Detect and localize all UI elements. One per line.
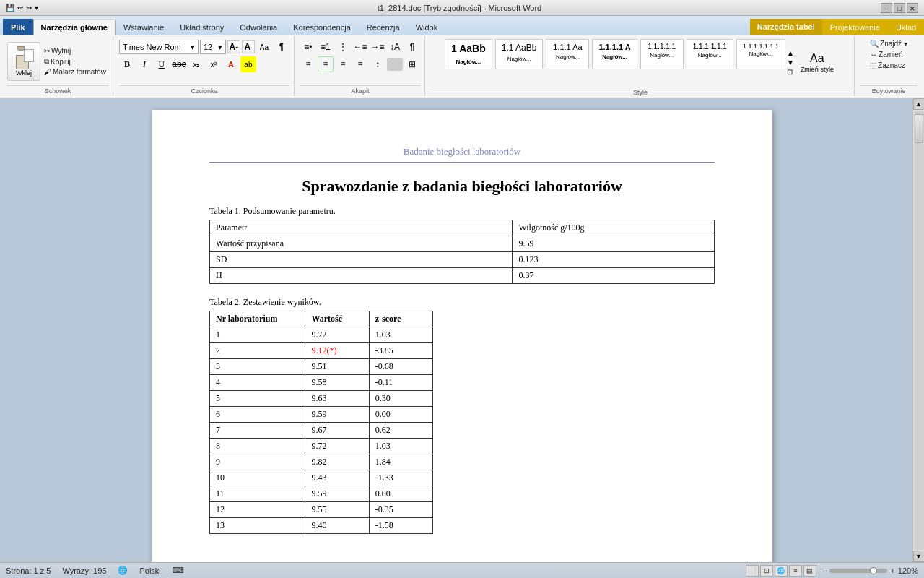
change-style-button[interactable]: Aa Zmień style bbox=[798, 52, 836, 73]
tab-uklad[interactable]: Układ bbox=[888, 19, 924, 35]
bullet-list-button[interactable]: ≡• bbox=[300, 39, 316, 55]
subscript-button[interactable]: x₂ bbox=[188, 56, 204, 72]
tab-recenzja[interactable]: Recenzja bbox=[359, 19, 408, 35]
word-count: Wyrazy: 195 bbox=[62, 566, 106, 575]
format-painter-button[interactable]: 🖌 Malarz formatów bbox=[42, 67, 108, 77]
find-icon: 🔍 bbox=[870, 40, 879, 48]
decrease-indent-button[interactable]: ←≡ bbox=[352, 39, 368, 55]
multilevel-list-button[interactable]: ⋮ bbox=[335, 39, 351, 55]
style-heading4[interactable]: 1.1.1.1 ANagłów... bbox=[592, 39, 637, 69]
style-heading3[interactable]: 1.1.1 AaNagłów... bbox=[546, 39, 589, 69]
scroll-thumb[interactable] bbox=[915, 114, 923, 143]
text-color-button[interactable]: A bbox=[223, 56, 239, 72]
tab-narzedzia-tabel[interactable]: Narzędzia tabel bbox=[750, 19, 822, 35]
find-button[interactable]: 🔍 Znajdź ▾ bbox=[868, 39, 910, 48]
style-heading6[interactable]: 1.1.1.1.1.1Nagłów... bbox=[687, 39, 733, 69]
close-button[interactable]: ✕ bbox=[907, 3, 918, 13]
underline-button[interactable]: U bbox=[154, 56, 170, 72]
tab-uklad-strony[interactable]: Układ strony bbox=[172, 19, 232, 35]
page-header: Badanie biegłości laboratoriów bbox=[209, 146, 715, 163]
redo-icon[interactable]: ↪ bbox=[26, 4, 32, 12]
copy-button[interactable]: ⧉ Kopiuj bbox=[42, 56, 108, 66]
document-area: Badanie biegłości laboratoriów Sprawozda… bbox=[0, 98, 924, 562]
align-left-button[interactable]: ≡ bbox=[300, 56, 316, 72]
web-layout-button[interactable]: 🌐 bbox=[775, 565, 788, 577]
align-right-button[interactable]: ≡ bbox=[335, 56, 351, 72]
tab-odwolania[interactable]: Odwołania bbox=[232, 19, 285, 35]
zoom-level[interactable]: 120% bbox=[898, 566, 918, 575]
borders-button[interactable]: ⊞ bbox=[404, 56, 420, 72]
tab-korespondencja[interactable]: Korespondencja bbox=[285, 19, 359, 35]
select-button[interactable]: ⬚ Zaznacz bbox=[868, 61, 907, 70]
cut-button[interactable]: ✂ Wytnij bbox=[42, 46, 108, 56]
table-cell: 9.72 bbox=[305, 439, 369, 454]
cut-label: Wytnij bbox=[51, 47, 71, 55]
table-cell: 9.59 bbox=[305, 407, 369, 423]
document-page[interactable]: Badanie biegłości laboratoriów Sprawozda… bbox=[152, 110, 772, 562]
sort-button[interactable]: ↕A bbox=[387, 39, 403, 55]
table1: Parametr Wilgotność g/100g Wartość przyp… bbox=[209, 220, 715, 284]
line-spacing-button[interactable]: ↕ bbox=[370, 56, 385, 72]
full-screen-button[interactable]: ⊡ bbox=[760, 565, 773, 577]
outline-button[interactable]: ≡ bbox=[789, 565, 802, 577]
style-heading2[interactable]: 1.1 AaBbNagłów... bbox=[495, 39, 544, 69]
styles-scroll-up[interactable]: ▲ bbox=[787, 49, 794, 57]
styles-expand[interactable]: ⊡ bbox=[787, 68, 794, 76]
scroll-up-button[interactable]: ▲ bbox=[913, 98, 925, 110]
tab-wstawianie[interactable]: Wstawianie bbox=[116, 19, 172, 35]
zoom-out-button[interactable]: − bbox=[822, 566, 827, 575]
tab-projektowanie[interactable]: Projektowanie bbox=[822, 19, 888, 35]
font-shrink-button[interactable]: A- bbox=[242, 40, 255, 53]
paste-button[interactable]: Wklej bbox=[7, 42, 40, 81]
font-name-chevron[interactable]: ▾ bbox=[191, 43, 195, 52]
undo-icon[interactable]: ↩ bbox=[17, 4, 23, 12]
window-controls[interactable]: ─ □ ✕ bbox=[881, 3, 918, 13]
table-cell: 9.43 bbox=[305, 470, 369, 486]
font-size-chevron[interactable]: ▾ bbox=[218, 43, 222, 52]
draft-button[interactable]: ▤ bbox=[803, 565, 816, 577]
tab-plik[interactable]: Plik bbox=[3, 19, 33, 35]
shading-button[interactable] bbox=[387, 58, 403, 71]
language-label[interactable]: Polski bbox=[139, 566, 160, 575]
save-icon[interactable]: 💾 bbox=[6, 4, 14, 12]
para-row2: ≡ ≡ ≡ ≡ ↕ ⊞ bbox=[300, 56, 420, 72]
highlight-button[interactable]: ab bbox=[240, 56, 256, 72]
zoom-slider[interactable] bbox=[829, 569, 887, 573]
tab-widok[interactable]: Widok bbox=[408, 19, 446, 35]
italic-button[interactable]: I bbox=[136, 56, 152, 72]
zoom-in-button[interactable]: + bbox=[890, 566, 894, 575]
font-grow-button[interactable]: A+ bbox=[227, 40, 240, 53]
clear-format-button[interactable]: Aa bbox=[256, 39, 272, 55]
paragraph-group-label: Akapit bbox=[300, 85, 420, 95]
maximize-button[interactable]: □ bbox=[894, 3, 905, 13]
document-scrollbar[interactable]: ▲ ▼ bbox=[912, 98, 924, 562]
change-style-area: Aa Zmień style bbox=[798, 52, 836, 73]
increase-indent-button[interactable]: →≡ bbox=[370, 39, 385, 55]
justify-button[interactable]: ≡ bbox=[352, 56, 368, 72]
format-painter-icon: 🖌 bbox=[44, 68, 51, 76]
show-formatting-button[interactable]: ¶ bbox=[274, 39, 289, 55]
replace-button[interactable]: ↔ Zamień bbox=[868, 50, 905, 59]
strikethrough-button[interactable]: abc bbox=[171, 56, 187, 72]
style-heading7[interactable]: 1.1.1.1.1.1.1Nagłów... bbox=[736, 39, 785, 69]
scroll-track[interactable] bbox=[914, 111, 924, 550]
show-paragraph-button[interactable]: ¶ bbox=[404, 39, 420, 55]
font-size-dropdown[interactable]: 12 ▾ bbox=[200, 40, 226, 54]
align-center-button[interactable]: ≡ bbox=[318, 56, 334, 72]
bold-button[interactable]: B bbox=[119, 56, 135, 72]
scroll-down-button[interactable]: ▼ bbox=[913, 551, 925, 562]
tab-narzedzia-glowne[interactable]: Narzędzia główne bbox=[33, 20, 116, 35]
style-heading5[interactable]: 1.1.1.1.1Nagłów... bbox=[640, 39, 684, 69]
zoom-slider-thumb[interactable] bbox=[870, 567, 877, 574]
style-heading1[interactable]: 1 AaBbNagłów... bbox=[445, 39, 492, 69]
clipboard-controls: Wklej ✂ Wytnij ⧉ Kopiuj 🖌 Malarz formató… bbox=[7, 38, 108, 85]
quick-access-toolbar[interactable]: 💾 ↩ ↪ ▾ bbox=[6, 4, 38, 12]
numbered-list-button[interactable]: ≡1 bbox=[318, 39, 334, 55]
superscript-button[interactable]: x² bbox=[206, 56, 222, 72]
copy-label: Kopiuj bbox=[51, 58, 71, 66]
minimize-button[interactable]: ─ bbox=[881, 3, 892, 13]
print-layout-button[interactable]: ⬜ bbox=[746, 565, 759, 577]
font-name-dropdown[interactable]: Times New Rom ▾ bbox=[119, 40, 199, 54]
table-row: 10 9.43 -1.33 bbox=[210, 470, 433, 486]
styles-scroll-down[interactable]: ▼ bbox=[787, 59, 794, 66]
